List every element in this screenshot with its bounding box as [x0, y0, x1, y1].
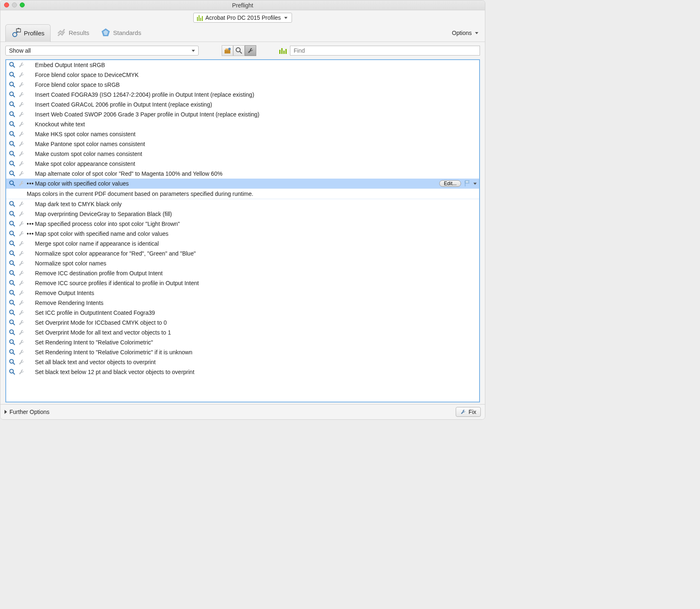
fixups-button[interactable]: [245, 45, 256, 56]
minimize-icon[interactable]: [12, 2, 17, 7]
find-input[interactable]: [290, 46, 480, 56]
list-item[interactable]: Set Rendering Intent to "Relative Colori…: [6, 337, 479, 347]
svg-line-14: [13, 76, 15, 78]
filter-dropdown[interactable]: Show all: [5, 46, 199, 56]
profile-list-scroll[interactable]: Embed Output Intent sRGBForce blend colo…: [6, 60, 479, 402]
list-item[interactable]: Embed Output Intent sRGB: [6, 60, 479, 70]
wrench-icon: [18, 319, 25, 326]
list-item-label: Remove Output Intents: [34, 290, 94, 296]
list-item[interactable]: Map alternate color of spot color "Red" …: [6, 169, 479, 179]
wrench-icon: [18, 150, 25, 158]
list-item[interactable]: Insert Coated FOGRA39 (ISO 12647-2:2004)…: [6, 90, 479, 100]
svg-point-25: [10, 132, 14, 135]
svg-line-40: [13, 215, 15, 217]
svg-point-69: [10, 360, 14, 363]
wrench-icon: [18, 91, 25, 98]
wrench-icon: [18, 329, 25, 336]
close-icon[interactable]: [4, 2, 9, 7]
svg-line-72: [13, 373, 15, 375]
list-item[interactable]: Map dark text to CMYK black only: [6, 199, 479, 209]
bars-icon: [197, 14, 203, 21]
tab-standards[interactable]: Standards: [95, 24, 147, 42]
wrench-icon: [18, 101, 25, 108]
list-item[interactable]: Make HKS spot color names consistent: [6, 129, 479, 139]
list-item-label: Map overprinting DeviceGray to Separatio…: [34, 211, 172, 217]
toolbar: Show all: [0, 42, 485, 59]
svg-point-41: [10, 221, 14, 225]
list-item[interactable]: Knockout white text: [6, 119, 479, 129]
list-item[interactable]: Set Overprint Mode for ICCbased CMYK obj…: [6, 318, 479, 328]
params-icon: •••: [27, 230, 32, 237]
svg-line-66: [13, 343, 15, 345]
list-item[interactable]: •••Map color with specified color values…: [6, 179, 479, 188]
list-item[interactable]: Remove Rendering Intents: [6, 298, 479, 308]
chevron-down-icon: [284, 17, 287, 19]
list-item[interactable]: Normalize spot color names: [6, 258, 479, 268]
list-item[interactable]: Set Overprint Mode for all text and vect…: [6, 328, 479, 337]
svg-line-16: [13, 86, 15, 88]
list-item-label: Insert Coated GRACoL 2006 profile in Out…: [34, 101, 212, 108]
list-item-label: Remove ICC destination profile from Outp…: [34, 270, 162, 277]
list-item[interactable]: Set black text below 12 pt and black vec…: [6, 367, 479, 377]
svg-line-62: [13, 323, 15, 325]
list-item-label: Make custom spot color names consistent: [34, 151, 142, 157]
inspect-button[interactable]: [233, 45, 245, 56]
list-item[interactable]: Insert Web Coated SWOP 2006 Grade 3 Pape…: [6, 109, 479, 119]
inspect-icon: [9, 319, 16, 326]
flag-icon[interactable]: [463, 180, 471, 188]
list-item-label: Set Rendering Intent to "Relative Colori…: [34, 339, 153, 346]
chevron-down-icon[interactable]: [473, 183, 477, 185]
list-item-label: Set all black text and vector objects to…: [34, 359, 155, 365]
profile-set-dropdown[interactable]: Acrobat Pro DC 2015 Profiles: [193, 13, 292, 23]
list-item[interactable]: •••Map spot color with specified name an…: [6, 229, 479, 239]
list-item[interactable]: Remove ICC source profiles if identical …: [6, 278, 479, 288]
zoom-icon[interactable]: [20, 2, 25, 7]
svg-point-29: [10, 151, 14, 155]
list-item[interactable]: Remove Output Intents: [6, 288, 479, 298]
inspect-icon: [9, 339, 16, 346]
list-item[interactable]: Normalize spot color appearance for "Red…: [6, 249, 479, 258]
further-options-label[interactable]: Further Options: [9, 409, 49, 415]
list-item[interactable]: Remove ICC destination profile from Outp…: [6, 268, 479, 278]
inspect-icon: [9, 71, 16, 79]
tab-results[interactable]: Results: [51, 24, 95, 42]
list-item[interactable]: Force blend color space to sRGB: [6, 80, 479, 90]
disclosure-triangle-icon[interactable]: [5, 410, 7, 414]
wrench-icon: [18, 289, 25, 297]
list-item[interactable]: Insert Coated GRACoL 2006 profile in Out…: [6, 100, 479, 109]
options-menu[interactable]: Options: [452, 26, 478, 40]
list-item[interactable]: Make custom spot color names consistent: [6, 149, 479, 159]
svg-point-71: [10, 370, 14, 373]
list-item[interactable]: Merge spot color name if appearance is i…: [6, 239, 479, 249]
svg-line-34: [13, 174, 15, 177]
edit-button[interactable]: Edit...: [439, 180, 461, 187]
inspect-icon: [9, 220, 16, 228]
svg-point-15: [10, 82, 14, 86]
svg-point-11: [10, 63, 14, 66]
list-item-label: Remove ICC source profiles if identical …: [34, 280, 199, 286]
inspect-icon: [9, 210, 16, 218]
svg-line-52: [13, 274, 15, 276]
standards-icon: [101, 28, 111, 37]
list-item[interactable]: Make Pantone spot color names consistent: [6, 139, 479, 149]
tab-profiles[interactable]: Profiles: [5, 24, 51, 42]
svg-point-49: [10, 261, 14, 265]
list-item-label: Map alternate color of spot color "Red" …: [34, 170, 223, 177]
list-item[interactable]: Make spot color appearance consistent: [6, 159, 479, 169]
tab-label: Results: [69, 29, 89, 36]
toolbox-button[interactable]: [222, 45, 233, 56]
list-item[interactable]: Force blend color space to DeviceCMYK: [6, 70, 479, 80]
svg-line-44: [13, 235, 15, 237]
inspect-icon: [9, 121, 16, 128]
inspect-icon: [9, 299, 16, 307]
list-item[interactable]: Set all black text and vector objects to…: [6, 357, 479, 367]
inspect-icon: [9, 368, 16, 376]
fix-button[interactable]: Fix: [456, 407, 481, 417]
bars-icon[interactable]: [279, 47, 287, 54]
list-item[interactable]: Map overprinting DeviceGray to Separatio…: [6, 209, 479, 219]
list-item[interactable]: Set ICC profile in OutputIntent Coated F…: [6, 308, 479, 318]
svg-line-38: [13, 205, 15, 207]
list-item-label: Merge spot color name if appearance is i…: [34, 240, 159, 247]
list-item[interactable]: •••Map specified process color into spot…: [6, 219, 479, 229]
list-item[interactable]: Set Rendering Intent to "Relative Colori…: [6, 347, 479, 357]
